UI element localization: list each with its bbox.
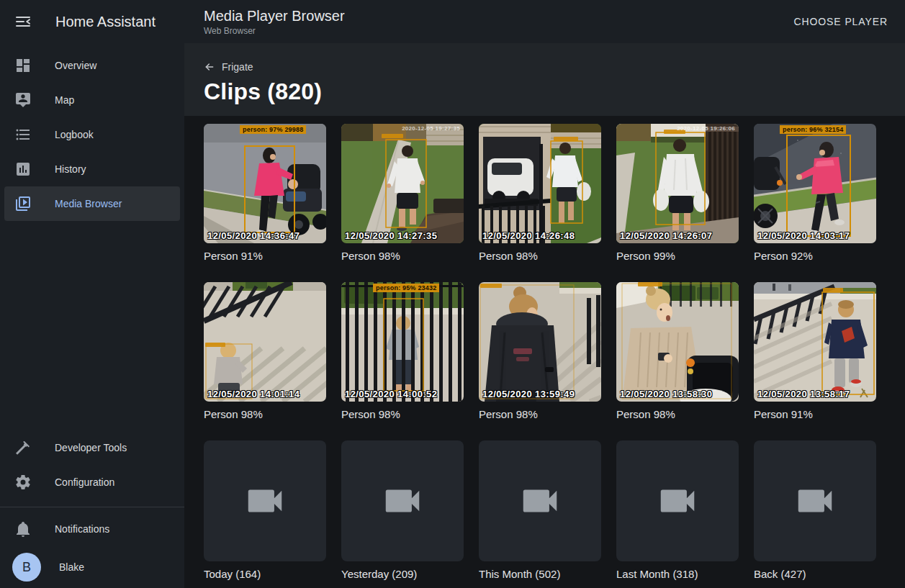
view-dashboard-icon <box>14 57 32 74</box>
clip-label: Person 99% <box>616 249 739 263</box>
clip-card[interactable]: 2020-12-05 19:26:0612/05/2020 14:26:07Pe… <box>616 124 739 263</box>
camera-osd-timestamp: 12/05/2020 13:58:30 <box>620 389 712 399</box>
avatar: B <box>12 553 41 582</box>
folder-card[interactable]: This Month (502) <box>479 440 601 581</box>
sidebar-nav: OverviewMapLogbookHistoryMedia Browser <box>0 48 184 221</box>
page-title: Clips (820) <box>204 78 905 105</box>
clips-grid: person: 97% 2998812/05/2020 14:36:47Pers… <box>204 124 905 581</box>
clip-card[interactable]: 12/05/2020 13:58:17Person 91% <box>754 282 876 421</box>
camera-osd-utc-timestamp: 2020-12-05 19:27:35 <box>402 125 460 132</box>
clip-card[interactable]: 12/05/2020 13:59:49Person 98% <box>479 282 601 421</box>
video-icon <box>518 479 562 523</box>
folder-thumbnail <box>479 440 601 561</box>
clip-label: Person 98% <box>479 407 601 421</box>
clip-thumbnail: 12/05/2020 13:58:30 <box>616 282 739 402</box>
clip-label: Person 98% <box>204 407 326 421</box>
sidebar-divider <box>0 507 184 507</box>
camera-osd-timestamp: 12/05/2020 14:01:14 <box>207 389 300 399</box>
content-header: Frigate Clips (820) <box>184 43 905 116</box>
menu-open-icon <box>14 13 32 30</box>
folder-card[interactable]: Yesterday (209) <box>341 440 464 581</box>
sidebar-item-overview[interactable]: Overview <box>4 48 180 83</box>
detection-tag: person: 95% 23432 <box>373 284 439 292</box>
menu-toggle-button[interactable] <box>14 13 32 30</box>
sidebar-item-label: Media Browser <box>55 198 122 209</box>
camera-osd-utc-timestamp: 2020-12-05 19:26:06 <box>677 125 735 132</box>
sidebar-item-history[interactable]: History <box>4 152 180 186</box>
gear-icon <box>14 474 32 491</box>
clip-label: Person 98% <box>341 249 464 263</box>
folder-label: Back (427) <box>754 567 876 581</box>
clip-label: Person 98% <box>616 407 739 421</box>
panel-subtitle: Web Browser <box>204 26 345 36</box>
clip-label: Person 92% <box>754 249 876 263</box>
video-icon <box>243 479 287 523</box>
clip-thumbnail: person: 95% 2343212/05/2020 14:00:52 <box>341 282 464 402</box>
folder-label: Yesterday (209) <box>341 567 464 581</box>
sidebar-item-label: Logbook <box>55 129 94 140</box>
clip-thumbnail: person: 96% 3215412/05/2020 14:03:17 <box>754 124 876 243</box>
sidebar-header: Home Assistant <box>0 13 184 30</box>
clip-thumbnail: person: 97% 2998812/05/2020 14:36:47 <box>204 124 326 243</box>
clip-card[interactable]: person: 95% 2343212/05/2020 14:00:52Pers… <box>341 282 464 421</box>
top-app-bar: Home Assistant Media Player Browser Web … <box>0 0 905 43</box>
folder-card[interactable]: Last Month (318) <box>616 440 739 581</box>
camera-osd-timestamp: 12/05/2020 14:27:35 <box>345 230 437 241</box>
camera-osd-timestamp: 12/05/2020 14:26:07 <box>620 230 712 241</box>
clip-label: Person 98% <box>479 249 601 263</box>
sidebar-item-configuration[interactable]: Configuration <box>4 465 180 499</box>
clip-card[interactable]: person: 96% 3215412/05/2020 14:03:17Pers… <box>754 124 876 263</box>
back-arrow-icon <box>204 61 215 73</box>
panel-title: Media Player Browser <box>204 8 345 24</box>
logbook-list-icon <box>14 126 32 143</box>
media-browser-icon <box>14 195 32 212</box>
video-icon <box>380 479 425 523</box>
breadcrumb-label: Frigate <box>222 61 253 73</box>
clip-thumbnail: 2020-12-05 19:27:3512/05/2020 14:27:35 <box>341 124 464 243</box>
camera-osd-timestamp: 12/05/2020 13:59:49 <box>482 389 575 399</box>
detection-tag: person: 96% 32154 <box>780 125 846 134</box>
clip-thumbnail: 12/05/2020 14:01:14 <box>204 282 326 402</box>
sidebar-item-label: Notifications <box>55 523 109 535</box>
hammer-icon <box>14 439 32 456</box>
camera-osd-timestamp: 12/05/2020 13:58:17 <box>757 389 850 399</box>
clip-thumbnail: 12/05/2020 13:59:49 <box>479 282 601 402</box>
camera-osd-timestamp: 12/05/2020 14:36:47 <box>207 230 300 241</box>
clip-thumbnail: 12/05/2020 14:26:48 <box>479 124 601 243</box>
sidebar-item-notifications[interactable]: Notifications <box>4 512 180 546</box>
clip-card[interactable]: 2020-12-05 19:27:3512/05/2020 14:27:35Pe… <box>341 124 464 263</box>
video-icon <box>793 479 837 523</box>
clip-card[interactable]: 12/05/2020 14:26:48Person 98% <box>479 124 601 263</box>
sidebar-item-logbook[interactable]: Logbook <box>4 117 180 152</box>
sidebar-item-media-browser[interactable]: Media Browser <box>4 186 180 221</box>
camera-osd-timestamp: 12/05/2020 14:03:17 <box>757 230 850 241</box>
folder-thumbnail <box>754 440 876 561</box>
clip-label: Person 98% <box>341 407 464 421</box>
folder-label: This Month (502) <box>479 567 601 581</box>
clip-thumbnail: 2020-12-05 19:26:0612/05/2020 14:26:07 <box>616 124 739 243</box>
folder-card[interactable]: Today (164) <box>204 440 326 581</box>
folder-label: Today (164) <box>204 567 326 581</box>
sidebar-item-label: Map <box>55 94 74 106</box>
sidebar-item-map[interactable]: Map <box>4 83 180 117</box>
person-location-icon <box>14 91 32 109</box>
clip-label: Person 91% <box>754 407 876 421</box>
camera-osd-timestamp: 12/05/2020 14:26:48 <box>482 230 575 241</box>
sidebar-item-label: Configuration <box>55 476 114 488</box>
clip-card[interactable]: person: 97% 2998812/05/2020 14:36:47Pers… <box>204 124 326 263</box>
sidebar-item-user[interactable]: B Blake <box>4 546 180 588</box>
folder-thumbnail <box>204 440 326 561</box>
breadcrumb-back[interactable]: Frigate <box>204 61 253 73</box>
folder-card[interactable]: Back (427) <box>754 440 876 581</box>
choose-player-button[interactable]: CHOOSE PLAYER <box>790 10 892 33</box>
bell-icon <box>14 520 32 538</box>
clip-label: Person 91% <box>204 249 326 263</box>
sidebar-item-label: Overview <box>55 60 96 71</box>
sidebar-item-developer-tools[interactable]: Developer Tools <box>4 430 180 465</box>
sidebar: OverviewMapLogbookHistoryMedia Browser D… <box>0 43 184 588</box>
page-heading: Media Player Browser Web Browser <box>204 8 345 36</box>
user-name: Blake <box>59 561 84 573</box>
detection-tag: person: 97% 29988 <box>240 125 306 134</box>
clip-card[interactable]: 12/05/2020 14:01:14Person 98% <box>204 282 326 421</box>
clip-card[interactable]: 12/05/2020 13:58:30Person 98% <box>616 282 739 421</box>
